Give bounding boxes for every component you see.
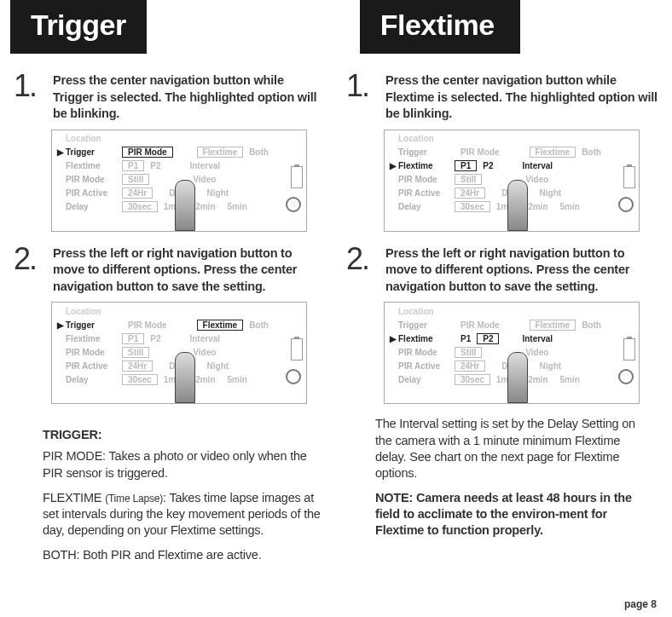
menu-trigger: Trigger [66,320,122,330]
menu-pirmode-row: PIR Mode [66,175,122,184]
menu-trigger: Trigger [398,147,455,157]
opt-still: Still [122,347,149,358]
battery-icon [623,166,635,188]
opt-30sec: 30sec [122,374,158,385]
menu-delay: Delay [66,202,122,211]
camera-illustration [262,366,304,401]
opt-5min: 5min [554,374,586,385]
opt-24hr: 24Hr [455,187,485,199]
menu-location: Location [398,134,455,143]
device-screenshot-trigger-1: Location ▶Trigger PIR Mode Flextime Both… [51,130,307,232]
cursor-arrow-icon: ▶ [57,147,64,157]
menu-delay: Delay [398,202,455,211]
opt-interval: Interval [516,333,559,344]
opt-p1: P1 [455,160,477,171]
flextime-step-2: 2. Press the left or right navigation bu… [346,244,658,296]
trigger-description: TRIGGER: PIR MODE: Takes a photo or vide… [14,416,326,563]
opt-p2: P2 [477,160,499,171]
opt-5min: 5min [222,374,253,385]
opt-p1: P1 [455,333,477,344]
opt-p2: P2 [144,160,166,171]
battery-icon [291,338,303,360]
opt-both: Both [243,320,275,331]
trigger-step-2: 2. Press the left or right navigation bu… [14,244,326,296]
menu-location: Location [66,134,122,143]
menu-piractive: PIR Active [66,188,122,198]
battery-icon [623,338,635,360]
flextime-note-desc: NOTE: Camera needs at least 48 hours in … [375,490,653,539]
opt-night: Night [201,187,235,199]
opt-interval: Interval [183,160,226,171]
device-screenshot-trigger-2: Location ▶Trigger PIR Mode Flextime Both… [51,302,307,404]
menu-trigger: Trigger [66,147,122,157]
section-heading-trigger: Trigger [10,0,147,54]
menu-flextime: Flextime [66,161,122,170]
menu-location: Location [398,307,455,316]
opt-still: Still [455,174,482,185]
device-screenshot-flextime-2: Location Trigger PIR Mode Flextime Both … [384,302,640,404]
menu-delay: Delay [398,375,455,384]
hand-illustration [154,180,206,231]
menu-piractive: PIR Active [398,188,455,198]
flextime-interval-desc: The Interval setting is set by the Delay… [375,416,653,481]
step-text: Press the left or right navigation butto… [53,244,326,296]
opt-p1: P1 [122,333,144,344]
menu-piractive: PIR Active [66,361,122,371]
step-number: 2. [346,244,380,296]
opt-24hr: 24Hr [122,187,153,199]
menu-pirmode-row: PIR Mode [66,348,122,357]
trigger-desc-pirmode: PIR MODE: Takes a photo or video only wh… [43,448,322,481]
hand-illustration [487,180,538,231]
opt-night: Night [534,360,568,372]
menu-flextime: Flextime [398,334,455,343]
opt-both: Both [576,320,607,331]
opt-5min: 5min [554,201,586,212]
hand-illustration [154,352,206,403]
opt-30sec: 30sec [122,201,158,212]
menu-piractive: PIR Active [398,361,455,371]
column-flextime: 1. Press the center navigation button wh… [346,71,658,572]
opt-p2: P2 [144,333,166,344]
opt-flextime: Flextime [530,147,576,158]
menu-location: Location [66,307,122,316]
opt-30sec: 30sec [455,201,490,212]
step-text: Press the center navigation button while… [385,71,658,123]
opt-both: Both [576,147,607,158]
trigger-desc-flextime: FLEXTIME (Time Lapse): Takes time lapse … [43,490,322,539]
step-number: 2. [14,244,48,296]
hand-illustration [487,352,538,403]
flextime-step-1: 1. Press the center navigation button wh… [346,71,658,123]
camera-illustration [262,193,304,229]
trigger-desc-heading: TRIGGER: [43,428,322,441]
menu-pirmode-row: PIR Mode [398,348,455,357]
column-trigger: 1. Press the center navigation button wh… [14,71,326,572]
device-screenshot-flextime-1: Location Trigger PIR Mode Flextime Both … [384,130,640,232]
opt-flextime: Flextime [530,320,576,331]
flextime-description: The Interval setting is set by the Delay… [346,416,658,539]
camera-illustration [594,193,637,229]
opt-5min: 5min [222,201,253,212]
opt-24hr: 24Hr [455,360,485,372]
opt-flextime: Flextime [197,147,244,158]
menu-trigger: Trigger [398,320,455,330]
opt-night: Night [534,187,568,199]
opt-30sec: 30sec [455,374,490,385]
opt-interval: Interval [183,333,226,344]
menu-delay: Delay [66,375,122,384]
step-text: Press the center navigation button while… [53,71,326,123]
camera-illustration [594,366,637,401]
opt-still: Still [122,174,149,185]
opt-pirmode: PIR Mode [455,320,506,331]
opt-flextime: Flextime [197,320,244,331]
opt-pirmode: PIR Mode [122,147,173,158]
step-number: 1. [346,71,380,123]
battery-icon [291,166,303,188]
cursor-arrow-icon: ▶ [390,161,397,170]
cursor-arrow-icon: ▶ [57,320,64,330]
trigger-step-1: 1. Press the center navigation button wh… [14,71,326,123]
step-text: Press the left or right navigation butto… [385,244,658,296]
opt-pirmode: PIR Mode [455,147,506,158]
opt-interval: Interval [516,160,559,171]
section-heading-flextime: Flextime [360,0,520,54]
menu-flextime: Flextime [66,334,122,343]
